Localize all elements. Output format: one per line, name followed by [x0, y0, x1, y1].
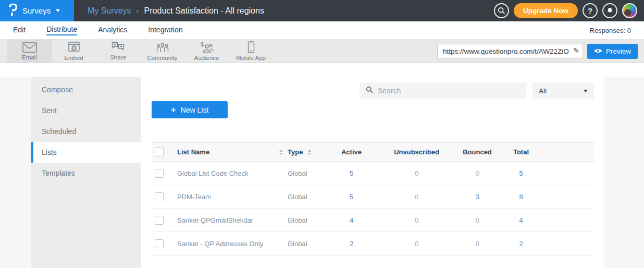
edit-url-pencil-icon[interactable]: ✎ — [573, 46, 579, 55]
column-header-active[interactable]: Active — [327, 148, 376, 156]
unsubscribed-count[interactable]: 0 — [415, 216, 418, 224]
active-count[interactable]: 5 — [350, 193, 353, 201]
share-icon — [112, 42, 125, 54]
select-all-checkbox[interactable] — [155, 148, 164, 156]
list-filter-row: All — [152, 82, 594, 99]
total-count[interactable]: 4 — [519, 216, 523, 224]
column-header-list-name[interactable]: List Name — [177, 148, 209, 156]
help-icon[interactable]: ? — [583, 3, 598, 18]
search-icon — [366, 86, 373, 95]
toolbar-item-email[interactable]: Email — [7, 40, 52, 63]
column-header-unsubscribed[interactable]: Unsubscribed — [376, 148, 457, 156]
total-count[interactable]: 2 — [519, 240, 523, 248]
lists-table: List Name Type Active Unsubscribed Bounc… — [152, 142, 594, 255]
sidebar-item-templates[interactable]: Templates — [31, 163, 141, 184]
unsubscribed-count[interactable]: 0 — [415, 169, 418, 177]
avatar[interactable] — [622, 3, 637, 18]
table-row: Global List Code Check Global 5 0 0 5 — [152, 162, 594, 185]
breadcrumb-my-surveys[interactable]: My Surveys — [88, 6, 131, 16]
content-area: Compose Sent Scheduled Lists Templates A… — [0, 77, 644, 268]
list-name-link[interactable]: Global List Code Check — [177, 169, 249, 177]
topbar: Surveys My Surveys › Product Satisfactio… — [0, 0, 644, 21]
mobile-icon — [247, 41, 255, 54]
table-row: PDM-Team Global 5 0 3 8 — [152, 185, 594, 209]
topbar-actions: Upgrade Now ? — [494, 3, 644, 18]
toolbar-item-audience[interactable]: $ Audience — [184, 40, 229, 63]
table-body: Global List Code Check Global 5 0 0 5 PD… — [152, 162, 594, 255]
column-header-type[interactable]: Type — [288, 148, 303, 156]
sidebar-item-scheduled[interactable]: Scheduled — [31, 121, 141, 142]
chevron-down-icon — [584, 90, 588, 92]
row-checkbox[interactable] — [155, 192, 164, 201]
column-header-total[interactable]: Total — [498, 148, 544, 156]
product-menu-label: Surveys — [22, 6, 51, 15]
column-header-bounced[interactable]: Bounced — [457, 148, 498, 156]
sort-icon[interactable] — [308, 150, 311, 155]
list-type-value: Global — [288, 240, 307, 248]
filter-value: All — [539, 87, 547, 95]
new-list-button[interactable]: + New List — [152, 101, 228, 118]
preview-button-label: Preview — [606, 47, 631, 55]
list-name-link[interactable]: PDM-Team — [177, 193, 211, 201]
toolbar-right: ✎ Preview — [437, 40, 644, 63]
row-checkbox[interactable] — [155, 239, 164, 248]
upgrade-now-button[interactable]: Upgrade Now — [514, 3, 578, 18]
bounced-count[interactable]: 3 — [475, 193, 479, 201]
toolbar-item-embed[interactable]: Embed — [52, 40, 96, 63]
bounced-count[interactable]: 0 — [475, 169, 479, 177]
table-row: Sanket - QP Addresses Only Global 2 0 0 … — [152, 232, 594, 255]
preview-button[interactable]: Preview — [587, 44, 638, 59]
total-count[interactable]: 8 — [519, 193, 523, 201]
toolbar-item-mobile-app[interactable]: Mobile App — [229, 40, 273, 63]
toolbar-item-share[interactable]: Share — [96, 40, 140, 63]
content-spacer — [0, 63, 644, 77]
chevron-down-icon — [56, 9, 60, 12]
survey-url-input[interactable] — [437, 44, 583, 58]
total-count[interactable]: 5 — [519, 169, 523, 177]
list-name-link[interactable]: Sanket-QPGmailShekdar — [177, 216, 253, 224]
row-checkbox[interactable] — [155, 216, 164, 225]
audience-icon: $ — [200, 42, 214, 54]
tab-edit[interactable]: Edit — [13, 26, 26, 35]
active-count[interactable]: 4 — [350, 216, 353, 224]
row-checkbox[interactable] — [155, 169, 164, 178]
bell-icon[interactable] — [602, 3, 617, 18]
list-type-value: Global — [288, 216, 307, 224]
sidebar-item-sent[interactable]: Sent — [31, 100, 141, 121]
sidebar-item-label: Compose — [42, 86, 73, 94]
list-type-value: Global — [288, 169, 307, 177]
list-type-filter-dropdown[interactable]: All — [532, 82, 594, 99]
search-icon[interactable] — [494, 3, 509, 18]
list-type-value: Global — [288, 193, 307, 201]
toolbar-item-community[interactable]: Community — [140, 40, 184, 63]
envelope-icon — [22, 42, 37, 54]
tab-integration[interactable]: Integration — [148, 26, 182, 35]
email-sidebar: Compose Sent Scheduled Lists Templates — [31, 77, 141, 268]
breadcrumb-separator: › — [137, 6, 139, 15]
bounced-count[interactable]: 0 — [475, 216, 479, 224]
responses-count[interactable]: Responses: 0 — [590, 27, 631, 34]
toolbar-item-label: Embed — [64, 55, 83, 61]
sidebar-item-compose[interactable]: Compose — [31, 79, 141, 100]
sort-icon[interactable] — [279, 150, 282, 155]
tab-distribute[interactable]: Distribute — [46, 25, 77, 35]
search-input[interactable] — [378, 87, 520, 95]
page-title: Product Satisfaction - All regions — [144, 6, 264, 16]
list-name-link[interactable]: Sanket - QP Addresses Only — [177, 240, 263, 248]
eye-icon — [594, 47, 602, 55]
table-header: List Name Type Active Unsubscribed Bounc… — [152, 142, 594, 162]
active-count[interactable]: 5 — [350, 169, 353, 177]
bounced-count[interactable]: 0 — [475, 240, 479, 248]
product-menu[interactable]: Surveys — [0, 0, 74, 21]
unsubscribed-count[interactable]: 0 — [415, 240, 418, 248]
embed-icon — [68, 42, 80, 54]
toolbar-item-label: Share — [110, 54, 126, 60]
lists-panel: All + New List List Name Type Active Uns — [141, 77, 604, 268]
active-count[interactable]: 2 — [350, 240, 353, 248]
sidebar-item-lists[interactable]: Lists — [31, 142, 141, 163]
table-row: Sanket-QPGmailShekdar Global 4 0 0 4 — [152, 209, 594, 232]
sidebar-item-label: Scheduled — [42, 127, 76, 136]
survey-nav-tabs: Edit Distribute Analytics Integration Re… — [0, 21, 644, 40]
tab-analytics[interactable]: Analytics — [98, 26, 127, 35]
unsubscribed-count[interactable]: 0 — [415, 193, 418, 201]
